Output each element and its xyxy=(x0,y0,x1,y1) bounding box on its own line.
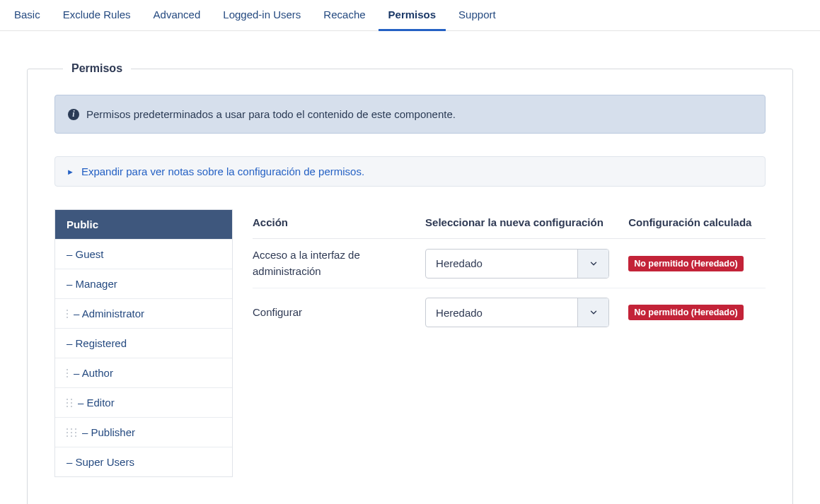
tab-label: Support xyxy=(458,8,496,20)
tab-basic[interactable]: Basic xyxy=(4,0,50,30)
tab-label: Logged-in Users xyxy=(223,8,301,20)
group-administrator[interactable]: – Administrator xyxy=(55,299,232,329)
expand-notes-toggle[interactable]: ► Expandir para ver notas sobre la confi… xyxy=(54,156,766,187)
group-label: – Registered xyxy=(67,337,127,349)
chevron-down-icon xyxy=(577,250,608,278)
tab-label: Advanced xyxy=(154,8,201,20)
tree-indent-icon xyxy=(67,399,72,407)
expand-notes-label: Expandir para ver notas sobre la configu… xyxy=(81,165,364,177)
select-value: Heredado xyxy=(426,250,577,278)
tree-indent-icon xyxy=(67,369,68,377)
group-label: – Editor xyxy=(78,397,115,409)
permissions-table: Acción Seleccionar la nueva configuració… xyxy=(253,209,766,336)
group-publisher[interactable]: – Publisher xyxy=(55,418,232,447)
tab-support[interactable]: Support xyxy=(449,0,506,30)
tab-exclude-rules[interactable]: Exclude Rules xyxy=(53,0,141,30)
tab-label: Recache xyxy=(323,8,365,20)
setting-select[interactable]: Heredado xyxy=(425,249,609,279)
group-label: – Administrator xyxy=(74,307,144,320)
action-label: Acceso a la interfaz de administración xyxy=(253,247,412,279)
usergroup-list: Public – Guest – Manager – Administrator… xyxy=(54,209,233,477)
info-banner: i Permisos predeterminados a usar para t… xyxy=(54,95,766,134)
tab-recache[interactable]: Recache xyxy=(313,0,375,30)
group-label: – Super Users xyxy=(67,456,134,468)
select-value: Heredado xyxy=(426,298,577,327)
setting-select[interactable]: Heredado xyxy=(425,298,609,327)
table-row: Configurar Heredado No permitido (Hereda… xyxy=(253,288,766,336)
caret-right-icon: ► xyxy=(67,168,74,176)
group-author[interactable]: – Author xyxy=(55,358,232,388)
group-label: – Guest xyxy=(67,248,104,260)
status-badge: No permitido (Heredado) xyxy=(628,305,744,320)
chevron-down-icon xyxy=(577,298,608,327)
fieldset-legend: Permisos xyxy=(63,62,131,75)
tab-label: Basic xyxy=(14,8,40,20)
status-badge: No permitido (Heredado) xyxy=(628,256,744,271)
tab-logged-in-users[interactable]: Logged-in Users xyxy=(213,0,311,30)
group-registered[interactable]: – Registered xyxy=(55,329,232,358)
group-label: Public xyxy=(67,218,98,230)
table-header: Acción Seleccionar la nueva configuració… xyxy=(253,209,766,239)
group-public[interactable]: Public xyxy=(55,210,232,240)
action-label: Configurar xyxy=(253,305,412,321)
top-tabs: Basic Exclude Rules Advanced Logged-in U… xyxy=(0,0,820,31)
group-label: – Manager xyxy=(67,278,117,290)
info-banner-text: Permisos predeterminados a usar para tod… xyxy=(86,108,456,120)
permissions-fieldset: Permisos i Permisos predeterminados a us… xyxy=(27,62,793,504)
header-calculated: Configuración calculada xyxy=(628,216,766,228)
tab-advanced[interactable]: Advanced xyxy=(144,0,211,30)
group-label: – Author xyxy=(74,367,113,379)
group-super-users[interactable]: – Super Users xyxy=(55,447,232,476)
header-action: Acción xyxy=(253,216,412,228)
tab-label: Exclude Rules xyxy=(63,8,131,20)
table-row: Acceso a la interfaz de administración H… xyxy=(253,239,766,288)
tab-label: Permisos xyxy=(388,8,437,20)
tab-permisos[interactable]: Permisos xyxy=(379,0,446,30)
group-label: – Publisher xyxy=(82,426,135,438)
group-manager[interactable]: – Manager xyxy=(55,269,232,299)
header-setting: Seleccionar la nueva configuración xyxy=(425,216,616,228)
tree-indent-icon xyxy=(67,428,76,437)
group-editor[interactable]: – Editor xyxy=(55,388,232,418)
info-icon: i xyxy=(68,109,79,120)
tree-indent-icon xyxy=(67,310,68,318)
group-guest[interactable]: – Guest xyxy=(55,240,232,269)
